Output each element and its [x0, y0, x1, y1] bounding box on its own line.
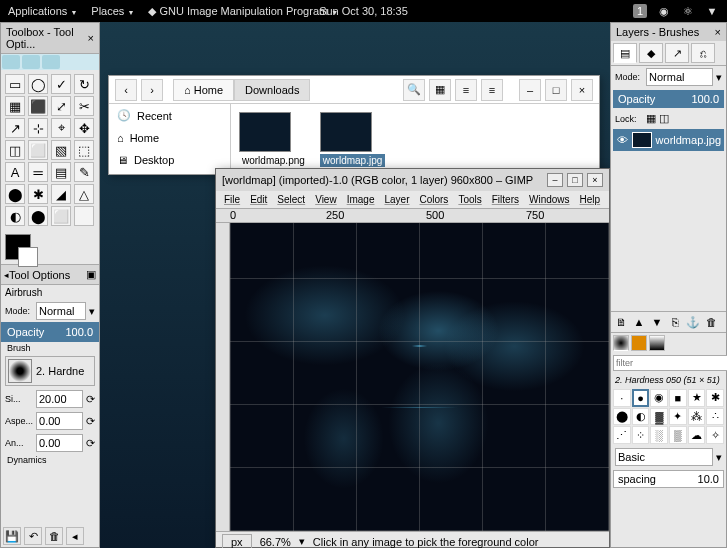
tool-button[interactable]: ⤢ [51, 96, 71, 116]
maximize-button[interactable]: □ [545, 79, 567, 101]
revert-icon[interactable]: ↶ [24, 527, 42, 545]
tool-button[interactable]: ⬜ [51, 206, 71, 226]
brush-cell[interactable]: ✦ [669, 408, 687, 426]
opacity-slider[interactable]: Opacity 100.0 [1, 322, 99, 342]
brush-cell[interactable]: ▒ [669, 426, 687, 444]
tool-button[interactable]: ⌖ [51, 118, 71, 138]
channels-tab[interactable]: ◆ [639, 43, 663, 63]
close-button[interactable]: × [587, 173, 603, 187]
brush-cell[interactable]: ● [632, 389, 650, 407]
menu-item[interactable]: Layer [384, 194, 409, 205]
tool-button[interactable]: ⬜ [28, 140, 48, 160]
close-icon[interactable]: × [88, 32, 94, 44]
brushes-tab[interactable] [613, 335, 629, 351]
brush-cell[interactable]: ◐ [632, 408, 650, 426]
network-icon[interactable]: ⚛ [681, 4, 695, 18]
unit-selector[interactable]: px [222, 534, 252, 549]
tool-button[interactable]: ✱ [28, 184, 48, 204]
duplicate-layer-icon[interactable]: ⎘ [667, 314, 683, 330]
grid-view-button[interactable]: ▦ [429, 79, 451, 101]
delete-icon[interactable]: 🗑 [45, 527, 63, 545]
tool-button[interactable]: ✓ [51, 74, 71, 94]
layer-row[interactable]: 👁 worldmap.jpg [613, 129, 724, 151]
tool-button[interactable]: ↗ [5, 118, 25, 138]
accessibility-icon[interactable]: ◉ [657, 4, 671, 18]
color-swatches[interactable] [1, 230, 99, 264]
tool-button[interactable]: ⬚ [74, 140, 94, 160]
layer-opacity-slider[interactable]: Opacity 100.0 [613, 90, 724, 108]
brush-cell[interactable]: ✱ [706, 389, 724, 407]
tool-button[interactable]: ↻ [74, 74, 94, 94]
paths-tab[interactable]: ↗ [665, 43, 689, 63]
app-menu[interactable]: ◆ GNU Image Manipulation Program ▼ [148, 5, 338, 18]
tool-button[interactable]: ▧ [51, 140, 71, 160]
brush-selector[interactable]: 2. Hardne [5, 356, 95, 386]
zoom-level[interactable]: 66.7% [260, 536, 291, 548]
place-item[interactable]: ⌂Home [109, 127, 230, 149]
close-button[interactable]: × [571, 79, 593, 101]
places-menu[interactable]: Places ▼ [91, 5, 134, 17]
tool-button[interactable]: ⬤ [5, 184, 25, 204]
minimize-button[interactable]: – [519, 79, 541, 101]
visibility-icon[interactable]: 👁 [616, 134, 628, 146]
brush-filter-input[interactable] [613, 355, 727, 371]
delete-layer-icon[interactable]: 🗑 [703, 314, 719, 330]
spacing-slider[interactable]: spacing 10.0 [613, 470, 724, 488]
gradients-tab[interactable] [649, 335, 665, 351]
forward-button[interactable]: › [141, 79, 163, 101]
layer-mode-select[interactable]: Normal [646, 68, 713, 86]
size-field[interactable]: 20.00 [36, 390, 83, 408]
brush-cell[interactable]: ⁘ [632, 426, 650, 444]
menu-item[interactable]: Filters [492, 194, 519, 205]
file-item[interactable]: worldmap.png [239, 112, 308, 167]
breadcrumb-downloads[interactable]: Downloads [234, 79, 310, 101]
menu-item[interactable]: File [224, 194, 240, 205]
menu-item[interactable]: Tools [458, 194, 481, 205]
tool-button[interactable]: ◐ [5, 206, 25, 226]
menu-item[interactable]: View [315, 194, 337, 205]
brush-cell[interactable]: ◉ [650, 389, 668, 407]
chevron-down-icon[interactable]: ▾ [89, 305, 95, 318]
brush-cell[interactable]: ∴ [706, 408, 724, 426]
brush-cell[interactable]: · [613, 389, 631, 407]
reset-icon[interactable]: ◂ [66, 527, 84, 545]
place-item[interactable]: 🕓Recent [109, 104, 230, 127]
brush-cell[interactable]: ☁ [688, 426, 706, 444]
workspace-badge[interactable]: 1 [633, 4, 647, 18]
lower-layer-icon[interactable]: ▼ [649, 314, 665, 330]
angle-field[interactable]: 0.00 [36, 434, 83, 452]
layers-tab[interactable]: ▤ [613, 43, 637, 63]
brush-cell[interactable]: ⁂ [688, 408, 706, 426]
bg-color[interactable] [18, 247, 38, 267]
brush-cell[interactable]: ✧ [706, 426, 724, 444]
tool-button[interactable]: ⬤ [28, 206, 48, 226]
tool-button[interactable]: ✎ [74, 162, 94, 182]
tool-button[interactable]: ✂ [74, 96, 94, 116]
brush-cell[interactable]: ░ [650, 426, 668, 444]
close-icon[interactable]: × [715, 26, 721, 38]
minimize-button[interactable]: – [547, 173, 563, 187]
file-item[interactable]: worldmap.jpg [320, 112, 385, 167]
back-button[interactable]: ‹ [115, 79, 137, 101]
system-icon[interactable]: ▼ [705, 4, 719, 18]
patterns-tab[interactable] [631, 335, 647, 351]
place-item[interactable]: 🖥Desktop [109, 149, 230, 171]
tool-button[interactable]: ✥ [74, 118, 94, 138]
brush-category-select[interactable]: Basic [615, 448, 713, 466]
canvas[interactable] [230, 223, 609, 531]
menu-item[interactable]: Colors [419, 194, 448, 205]
maximize-button[interactable]: □ [567, 173, 583, 187]
brush-cell[interactable]: ⬤ [613, 408, 631, 426]
tool-button[interactable]: △ [74, 184, 94, 204]
tool-button[interactable]: ◫ [5, 140, 25, 160]
applications-menu[interactable]: Applications ▼ [8, 5, 77, 17]
brush-cell[interactable]: ⋰ [613, 426, 631, 444]
menu-item[interactable]: Help [580, 194, 601, 205]
list-view-button[interactable]: ≡ [455, 79, 477, 101]
save-icon[interactable]: 💾 [3, 527, 21, 545]
new-layer-icon[interactable]: 🗎 [613, 314, 629, 330]
mode-select[interactable]: Normal [36, 302, 86, 320]
raise-layer-icon[interactable]: ▲ [631, 314, 647, 330]
brush-cell[interactable]: ■ [669, 389, 687, 407]
menu-item[interactable]: Windows [529, 194, 570, 205]
